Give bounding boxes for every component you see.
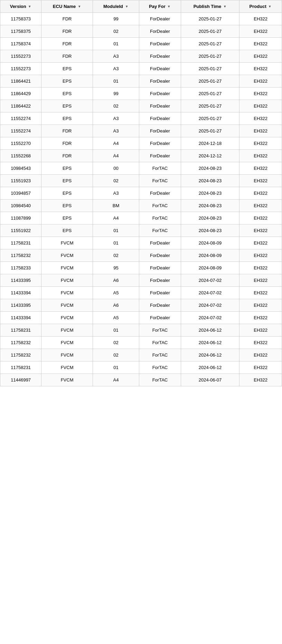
- cell-version: 11758374: [0, 38, 41, 50]
- cell-module_id: 02: [93, 337, 139, 349]
- cell-publish_time: 2024-08-09: [181, 249, 239, 262]
- cell-pay_for: ForDealer: [139, 274, 181, 287]
- table-row: 10394857EPSA3ForDealer2024-08-23EH322: [0, 187, 282, 200]
- cell-publish_time: 2024-08-23: [181, 212, 239, 224]
- table-row: 11552274EPSA3ForDealer2025-01-27EH322: [0, 112, 282, 125]
- cell-publish_time: 2025-01-27: [181, 25, 239, 38]
- cell-publish_time: 2024-08-23: [181, 187, 239, 200]
- cell-product: EH322: [239, 349, 282, 361]
- cell-module_id: 01: [93, 224, 139, 237]
- cell-ecu_name: FVCM: [41, 361, 93, 374]
- cell-pay_for: ForDealer: [139, 25, 181, 38]
- cell-module_id: A5: [93, 287, 139, 299]
- cell-module_id: 01: [93, 75, 139, 88]
- cell-ecu_name: EPS: [41, 162, 93, 175]
- column-header-pay-for[interactable]: Pay For ▾: [139, 0, 181, 13]
- cell-pay_for: ForTAC: [139, 162, 181, 175]
- cell-publish_time: 2025-01-27: [181, 125, 239, 137]
- cell-pay_for: ForDealer: [139, 50, 181, 63]
- cell-module_id: 95: [93, 262, 139, 274]
- cell-publish_time: 2024-07-02: [181, 287, 239, 299]
- cell-module_id: 02: [93, 175, 139, 187]
- column-header-publish-time[interactable]: Publish Time ▾: [181, 0, 239, 13]
- cell-product: EH322: [239, 25, 282, 38]
- cell-ecu_name: FVCM: [41, 262, 93, 274]
- cell-module_id: A3: [93, 50, 139, 63]
- cell-publish_time: 2024-06-12: [181, 349, 239, 361]
- cell-product: EH322: [239, 212, 282, 224]
- cell-pay_for: ForDealer: [139, 125, 181, 137]
- table-row: 11758232FVCM02ForTAC2024-06-12EH322: [0, 337, 282, 349]
- cell-ecu_name: FDR: [41, 38, 93, 50]
- cell-product: EH322: [239, 75, 282, 88]
- cell-product: EH322: [239, 162, 282, 175]
- cell-ecu_name: EPS: [41, 187, 93, 200]
- cell-publish_time: 2025-01-27: [181, 75, 239, 88]
- cell-pay_for: ForTAC: [139, 200, 181, 212]
- cell-module_id: 01: [93, 237, 139, 249]
- cell-version: 11758232: [0, 249, 41, 262]
- cell-pay_for: ForDealer: [139, 150, 181, 162]
- table-row: 11552273FDRA3ForDealer2025-01-27EH322: [0, 50, 282, 63]
- cell-product: EH322: [239, 150, 282, 162]
- cell-ecu_name: FVCM: [41, 237, 93, 249]
- cell-module_id: A4: [93, 374, 139, 386]
- column-header-ecu-name[interactable]: ECU Name ▾: [41, 0, 93, 13]
- cell-module_id: 02: [93, 100, 139, 112]
- table-row: 11758231FVCM01ForTAC2024-06-12EH322: [0, 361, 282, 374]
- cell-pay_for: ForDealer: [139, 38, 181, 50]
- column-header-product[interactable]: Product ▾: [239, 0, 282, 13]
- table-row: 11758232FVCM02ForTAC2024-06-12EH322: [0, 349, 282, 361]
- cell-product: EH322: [239, 13, 282, 25]
- cell-publish_time: 2024-08-09: [181, 237, 239, 249]
- cell-ecu_name: EPS: [41, 100, 93, 112]
- table-row: 11758373FDR99ForDealer2025-01-27EH322: [0, 13, 282, 25]
- cell-product: EH322: [239, 100, 282, 112]
- data-table: Version ▾ ECU Name ▾ ModuleId ▾ Pay For: [0, 0, 282, 386]
- cell-version: 11864422: [0, 100, 41, 112]
- table-row: 11758374FDR01ForDealer2025-01-27EH322: [0, 38, 282, 50]
- cell-ecu_name: EPS: [41, 200, 93, 212]
- sort-icon-product: ▾: [268, 4, 272, 9]
- table-row: 11552268FDRA4ForDealer2024-12-12EH322: [0, 150, 282, 162]
- table-row: 11864421EPS01ForDealer2025-01-27EH322: [0, 75, 282, 88]
- sort-icon-pay-for: ▾: [167, 4, 171, 9]
- cell-version: 11433395: [0, 299, 41, 312]
- cell-publish_time: 2025-01-27: [181, 63, 239, 75]
- cell-product: EH322: [239, 337, 282, 349]
- column-header-version[interactable]: Version ▾: [0, 0, 41, 13]
- column-header-module-id[interactable]: ModuleId ▾: [93, 0, 139, 13]
- cell-publish_time: 2025-01-27: [181, 50, 239, 63]
- cell-version: 11864421: [0, 75, 41, 88]
- cell-pay_for: ForTAC: [139, 212, 181, 224]
- cell-version: 11552270: [0, 137, 41, 150]
- cell-pay_for: ForTAC: [139, 337, 181, 349]
- cell-version: 11446997: [0, 374, 41, 386]
- cell-module_id: BM: [93, 200, 139, 212]
- cell-ecu_name: FDR: [41, 137, 93, 150]
- cell-pay_for: ForTAC: [139, 374, 181, 386]
- sort-icon-version: ▾: [28, 4, 32, 9]
- cell-version: 10984543: [0, 162, 41, 175]
- cell-product: EH322: [239, 125, 282, 137]
- cell-module_id: A3: [93, 125, 139, 137]
- cell-product: EH322: [239, 374, 282, 386]
- table-row: 11758231FVCM01ForTAC2024-06-12EH322: [0, 324, 282, 337]
- cell-module_id: A3: [93, 187, 139, 200]
- cell-ecu_name: FDR: [41, 13, 93, 25]
- cell-publish_time: 2025-01-27: [181, 38, 239, 50]
- cell-version: 11758232: [0, 337, 41, 349]
- cell-pay_for: ForDealer: [139, 237, 181, 249]
- cell-ecu_name: FVCM: [41, 249, 93, 262]
- cell-pay_for: ForDealer: [139, 137, 181, 150]
- cell-product: EH322: [239, 187, 282, 200]
- cell-pay_for: ForDealer: [139, 88, 181, 100]
- cell-ecu_name: FVCM: [41, 349, 93, 361]
- cell-module_id: 01: [93, 38, 139, 50]
- table-row: 10984540EPSBMForTAC2024-08-23EH322: [0, 200, 282, 212]
- cell-module_id: 01: [93, 361, 139, 374]
- cell-module_id: A4: [93, 150, 139, 162]
- cell-module_id: A6: [93, 274, 139, 287]
- cell-publish_time: 2024-06-07: [181, 374, 239, 386]
- cell-product: EH322: [239, 38, 282, 50]
